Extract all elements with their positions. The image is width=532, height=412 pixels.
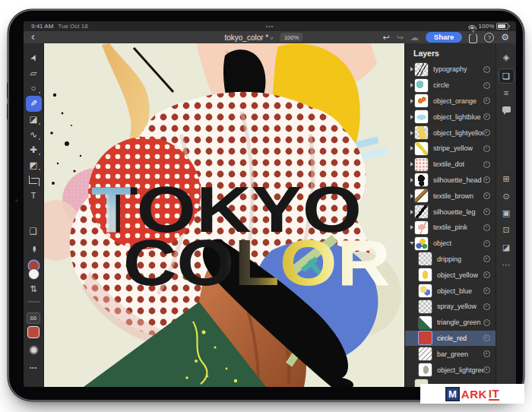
layer-row-object_lightgreen[interactable]: object_lightgreen (405, 362, 496, 378)
visibility-eye-icon[interactable] (483, 113, 490, 120)
help-button[interactable]: ? (484, 33, 494, 43)
secondary-color-well[interactable] (29, 269, 39, 279)
layer-row-dripping[interactable]: dripping (405, 252, 496, 268)
fill-tool[interactable]: ◩ (24, 157, 44, 173)
layers-panel-tab[interactable]: ◈ (499, 49, 515, 65)
layer-row-textile_dot[interactable]: textile_dot (405, 157, 496, 173)
visibility-eye-icon[interactable] (483, 161, 490, 168)
visibility-eye-icon[interactable] (483, 287, 490, 294)
artwork-svg[interactable]: TOKYO T COLOR (44, 43, 404, 387)
layer-row-silhouette_head[interactable]: silhouette_head (405, 173, 496, 189)
layer-thumbnail[interactable] (419, 268, 432, 281)
visibility-eye-icon[interactable] (483, 192, 490, 199)
layer-thumbnail[interactable] (419, 363, 432, 376)
visibility-eye-icon[interactable] (483, 145, 490, 152)
layer-thumbnail[interactable] (415, 126, 428, 139)
export-button[interactable] (469, 34, 477, 43)
layer-thumbnail[interactable] (415, 94, 428, 107)
layer-row-triangle_green[interactable]: triangle_green (405, 315, 496, 331)
visibility-eye-icon[interactable] (483, 366, 490, 373)
color-wells[interactable] (24, 261, 44, 280)
expander-collapsed-icon[interactable] (408, 146, 415, 151)
text-tool[interactable]: T (24, 188, 44, 203)
layer-row-textile_pink[interactable]: textile_pink (405, 220, 496, 236)
layer-thumbnail[interactable] (419, 252, 432, 265)
expander-collapsed-icon[interactable] (408, 99, 415, 103)
visibility-eye-icon[interactable] (483, 176, 490, 183)
layer-thumbnail[interactable] (419, 284, 432, 297)
document-title[interactable]: tokyo_color *˅ (224, 33, 273, 42)
layer-thumbnail[interactable] (415, 205, 428, 218)
visibility-eye-icon[interactable] (483, 350, 490, 357)
expander-collapsed-icon[interactable] (408, 178, 415, 182)
undo-button[interactable]: ↩ (382, 33, 389, 42)
brush-size-badge[interactable]: 66 (27, 312, 40, 324)
layer-row-object_orange[interactable]: object_orange (405, 93, 496, 109)
layer-row-object_blue[interactable]: object_blue (405, 283, 496, 299)
cloud-sync-icon[interactable]: ☁ (410, 33, 419, 42)
layer-row-silhouette_leg[interactable]: silhouette_leg (405, 204, 496, 220)
eyedropper-tool[interactable]: ✒ (26, 239, 41, 260)
canvas-artwork[interactable]: TOKYO T COLOR (44, 43, 404, 387)
back-button[interactable]: ‹ (31, 31, 35, 42)
comments-tab[interactable] (499, 103, 515, 118)
layer-row-object_lightblue[interactable]: object_lightblue (405, 109, 496, 125)
layer-visibility-button[interactable]: ⊙ (499, 189, 515, 204)
layer-thumbnail[interactable] (415, 173, 428, 186)
eraser-tool[interactable]: ◪ (24, 112, 44, 127)
visibility-eye-icon[interactable] (483, 66, 490, 73)
expander-collapsed-icon[interactable] (408, 67, 415, 71)
layer-row-circle_red[interactable]: circle_red (405, 331, 496, 347)
visibility-eye-icon[interactable] (483, 255, 490, 262)
expander-collapsed-icon[interactable] (408, 131, 415, 135)
layer-thumbnail[interactable] (419, 347, 432, 360)
expander-collapsed-icon[interactable] (408, 210, 415, 214)
multitask-dots[interactable]: ••• (266, 24, 274, 29)
add-layer-button[interactable]: ⊞ (499, 171, 515, 186)
paint-select-button[interactable]: ◪ (499, 239, 515, 255)
visibility-eye-icon[interactable] (483, 97, 490, 104)
visibility-eye-icon[interactable] (483, 303, 490, 310)
settings-button[interactable]: ⚙ (501, 33, 509, 42)
visibility-eye-icon[interactable] (483, 129, 490, 136)
expander-collapsed-icon[interactable] (408, 162, 415, 166)
swap-colors-button[interactable]: ⇅ (24, 281, 44, 296)
layer-row-spray_yellow[interactable]: spray_yellow (405, 299, 496, 315)
layer-row-object_lightyellow[interactable]: object_lightyellow (405, 125, 496, 141)
layer-mask-button[interactable]: ▣ (499, 205, 515, 220)
layer-row-stripe_yellow[interactable]: stripe_yellow (405, 141, 496, 157)
layer-row-circle[interactable]: circle (405, 78, 496, 93)
layer-thumbnail[interactable] (415, 63, 428, 76)
layer-thumbnail[interactable] (415, 110, 428, 123)
place-image-tool[interactable]: ❑ (24, 223, 44, 239)
redo-button[interactable]: ↪ (397, 33, 404, 42)
toolbar-more-button[interactable]: ••• (24, 363, 44, 372)
zoom-level-badge[interactable]: 100% (280, 33, 302, 42)
layer-properties-tab[interactable]: ❏ (499, 68, 515, 84)
layer-thumbnail[interactable] (419, 331, 432, 344)
layer-thumbnail[interactable] (415, 237, 428, 250)
layer-thumbnail[interactable] (419, 300, 432, 313)
visibility-eye-icon[interactable] (483, 334, 490, 341)
layer-row-object_yellow[interactable]: object_yellow (405, 267, 496, 283)
share-button[interactable]: Share (426, 32, 462, 43)
healing-brush-tool[interactable]: ✚ (24, 142, 44, 157)
layer-row-textile_brown[interactable]: textile_brown (405, 188, 496, 204)
layer-row-bar_green[interactable]: bar_green (405, 346, 496, 362)
layer-thumbnail[interactable] (415, 142, 428, 155)
soft-brush-preview[interactable] (29, 345, 39, 355)
smudge-tool[interactable]: ∿ (24, 127, 44, 142)
lasso-polygon-tool[interactable]: ▱ (24, 65, 44, 81)
visibility-eye-icon[interactable] (483, 271, 490, 278)
layer-thumbnail[interactable] (415, 189, 428, 202)
visibility-eye-icon[interactable] (483, 224, 490, 231)
layer-thumbnail[interactable] (415, 221, 428, 234)
layer-row-typography[interactable]: typography (405, 62, 496, 78)
visibility-eye-icon[interactable] (483, 208, 490, 215)
visibility-eye-icon[interactable] (483, 319, 490, 326)
clip-mask-button[interactable]: ⊡ (499, 222, 515, 237)
layer-thumbnail[interactable] (419, 316, 432, 329)
active-color-swatch[interactable] (27, 326, 40, 338)
crop-tool[interactable] (24, 173, 44, 188)
layer-row-object[interactable]: object (405, 236, 496, 252)
